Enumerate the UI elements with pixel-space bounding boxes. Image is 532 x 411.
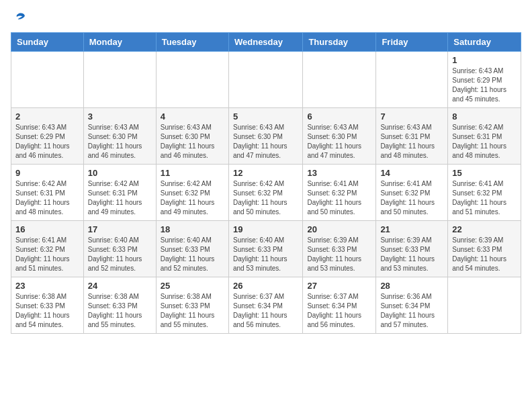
calendar-cell: 1Sunrise: 6:43 AM Sunset: 6:29 PM Daylig… xyxy=(448,52,521,108)
day-info: Sunrise: 6:43 AM Sunset: 6:30 PM Dayligh… xyxy=(233,123,298,161)
logo xyxy=(11,11,27,24)
day-number: 28 xyxy=(380,281,443,291)
day-number: 15 xyxy=(452,168,517,178)
day-number: 18 xyxy=(161,224,224,234)
calendar-cell: 9Sunrise: 6:42 AM Sunset: 6:31 PM Daylig… xyxy=(11,165,84,221)
calendar-cell xyxy=(448,277,521,334)
week-row-0: 1Sunrise: 6:43 AM Sunset: 6:29 PM Daylig… xyxy=(11,52,521,108)
day-number: 19 xyxy=(233,224,298,234)
calendar-cell xyxy=(376,52,448,108)
calendar-cell: 27Sunrise: 6:37 AM Sunset: 6:34 PM Dayli… xyxy=(303,277,376,334)
day-info: Sunrise: 6:38 AM Sunset: 6:33 PM Dayligh… xyxy=(88,292,152,330)
day-info: Sunrise: 6:42 AM Sunset: 6:32 PM Dayligh… xyxy=(161,179,224,217)
day-number: 17 xyxy=(88,224,152,234)
day-number: 23 xyxy=(15,281,79,291)
day-number: 26 xyxy=(233,281,298,291)
day-info: Sunrise: 6:38 AM Sunset: 6:33 PM Dayligh… xyxy=(15,292,79,330)
day-info: Sunrise: 6:43 AM Sunset: 6:30 PM Dayligh… xyxy=(307,123,371,161)
weekday-header-friday: Friday xyxy=(376,33,448,52)
weekday-header-row: SundayMondayTuesdayWednesdayThursdayFrid… xyxy=(11,33,521,52)
day-number: 8 xyxy=(452,111,517,122)
day-info: Sunrise: 6:39 AM Sunset: 6:33 PM Dayligh… xyxy=(452,236,517,273)
weekday-header-tuesday: Tuesday xyxy=(156,33,228,52)
calendar-cell: 2Sunrise: 6:43 AM Sunset: 6:29 PM Daylig… xyxy=(11,108,84,165)
weekday-header-thursday: Thursday xyxy=(303,33,376,52)
week-row-2: 9Sunrise: 6:42 AM Sunset: 6:31 PM Daylig… xyxy=(11,165,521,221)
calendar-cell: 21Sunrise: 6:39 AM Sunset: 6:33 PM Dayli… xyxy=(376,221,448,277)
day-info: Sunrise: 6:40 AM Sunset: 6:33 PM Dayligh… xyxy=(88,236,152,273)
calendar-cell: 14Sunrise: 6:41 AM Sunset: 6:32 PM Dayli… xyxy=(376,165,448,221)
day-info: Sunrise: 6:42 AM Sunset: 6:31 PM Dayligh… xyxy=(15,179,79,217)
calendar-cell: 11Sunrise: 6:42 AM Sunset: 6:32 PM Dayli… xyxy=(156,165,228,221)
calendar-cell: 18Sunrise: 6:40 AM Sunset: 6:33 PM Dayli… xyxy=(156,221,228,277)
calendar-cell: 19Sunrise: 6:40 AM Sunset: 6:33 PM Dayli… xyxy=(228,221,302,277)
day-info: Sunrise: 6:42 AM Sunset: 6:31 PM Dayligh… xyxy=(88,179,152,217)
day-number: 6 xyxy=(307,111,371,122)
calendar-cell xyxy=(83,52,156,108)
day-info: Sunrise: 6:41 AM Sunset: 6:32 PM Dayligh… xyxy=(380,179,443,217)
day-number: 27 xyxy=(307,281,371,291)
calendar-cell: 22Sunrise: 6:39 AM Sunset: 6:33 PM Dayli… xyxy=(448,221,521,277)
day-number: 4 xyxy=(161,111,224,122)
day-info: Sunrise: 6:38 AM Sunset: 6:33 PM Dayligh… xyxy=(161,292,224,330)
calendar-cell: 23Sunrise: 6:38 AM Sunset: 6:33 PM Dayli… xyxy=(11,277,84,334)
day-info: Sunrise: 6:42 AM Sunset: 6:32 PM Dayligh… xyxy=(233,179,298,217)
day-info: Sunrise: 6:43 AM Sunset: 6:29 PM Dayligh… xyxy=(452,66,517,104)
day-number: 2 xyxy=(15,111,79,122)
day-info: Sunrise: 6:43 AM Sunset: 6:29 PM Dayligh… xyxy=(15,123,79,161)
day-info: Sunrise: 6:40 AM Sunset: 6:33 PM Dayligh… xyxy=(161,236,224,273)
day-info: Sunrise: 6:41 AM Sunset: 6:32 PM Dayligh… xyxy=(452,179,517,217)
header xyxy=(11,11,521,24)
day-info: Sunrise: 6:37 AM Sunset: 6:34 PM Dayligh… xyxy=(233,292,298,330)
calendar-cell: 6Sunrise: 6:43 AM Sunset: 6:30 PM Daylig… xyxy=(303,108,376,165)
day-number: 21 xyxy=(380,224,443,234)
day-number: 3 xyxy=(88,111,152,122)
calendar-cell xyxy=(228,52,302,108)
day-info: Sunrise: 6:43 AM Sunset: 6:30 PM Dayligh… xyxy=(161,123,224,161)
day-info: Sunrise: 6:41 AM Sunset: 6:32 PM Dayligh… xyxy=(307,179,371,217)
week-row-3: 16Sunrise: 6:41 AM Sunset: 6:32 PM Dayli… xyxy=(11,221,521,277)
day-number: 12 xyxy=(233,168,298,178)
day-number: 24 xyxy=(88,281,152,291)
calendar-cell: 5Sunrise: 6:43 AM Sunset: 6:30 PM Daylig… xyxy=(228,108,302,165)
day-number: 22 xyxy=(452,224,517,234)
calendar-cell: 3Sunrise: 6:43 AM Sunset: 6:30 PM Daylig… xyxy=(83,108,156,165)
calendar-cell: 7Sunrise: 6:43 AM Sunset: 6:31 PM Daylig… xyxy=(376,108,448,165)
day-number: 10 xyxy=(88,168,152,178)
calendar-cell: 8Sunrise: 6:42 AM Sunset: 6:31 PM Daylig… xyxy=(448,108,521,165)
day-info: Sunrise: 6:43 AM Sunset: 6:30 PM Dayligh… xyxy=(88,123,152,161)
day-info: Sunrise: 6:39 AM Sunset: 6:33 PM Dayligh… xyxy=(307,236,371,273)
calendar-cell: 28Sunrise: 6:36 AM Sunset: 6:34 PM Dayli… xyxy=(376,277,448,334)
day-info: Sunrise: 6:41 AM Sunset: 6:32 PM Dayligh… xyxy=(15,236,79,273)
calendar-cell: 26Sunrise: 6:37 AM Sunset: 6:34 PM Dayli… xyxy=(228,277,302,334)
weekday-header-monday: Monday xyxy=(83,33,156,52)
week-row-1: 2Sunrise: 6:43 AM Sunset: 6:29 PM Daylig… xyxy=(11,108,521,165)
calendar-cell: 15Sunrise: 6:41 AM Sunset: 6:32 PM Dayli… xyxy=(448,165,521,221)
calendar-cell: 17Sunrise: 6:40 AM Sunset: 6:33 PM Dayli… xyxy=(83,221,156,277)
day-number: 14 xyxy=(380,168,443,178)
calendar-cell: 25Sunrise: 6:38 AM Sunset: 6:33 PM Dayli… xyxy=(156,277,228,334)
calendar-cell: 24Sunrise: 6:38 AM Sunset: 6:33 PM Dayli… xyxy=(83,277,156,334)
weekday-header-sunday: Sunday xyxy=(11,33,84,52)
day-info: Sunrise: 6:36 AM Sunset: 6:34 PM Dayligh… xyxy=(380,292,443,330)
calendar-cell xyxy=(11,52,84,108)
day-number: 16 xyxy=(15,224,79,234)
calendar-cell: 10Sunrise: 6:42 AM Sunset: 6:31 PM Dayli… xyxy=(83,165,156,221)
calendar-cell: 16Sunrise: 6:41 AM Sunset: 6:32 PM Dayli… xyxy=(11,221,84,277)
day-number: 5 xyxy=(233,111,298,122)
day-info: Sunrise: 6:39 AM Sunset: 6:33 PM Dayligh… xyxy=(380,236,443,273)
day-number: 13 xyxy=(307,168,371,178)
weekday-header-wednesday: Wednesday xyxy=(228,33,302,52)
day-number: 9 xyxy=(15,168,79,178)
day-number: 1 xyxy=(452,55,517,65)
day-number: 25 xyxy=(161,281,224,291)
calendar-table: SundayMondayTuesdayWednesdayThursdayFrid… xyxy=(11,32,521,334)
day-info: Sunrise: 6:43 AM Sunset: 6:31 PM Dayligh… xyxy=(380,123,443,161)
calendar-cell: 12Sunrise: 6:42 AM Sunset: 6:32 PM Dayli… xyxy=(228,165,302,221)
day-number: 11 xyxy=(161,168,224,178)
calendar-cell: 4Sunrise: 6:43 AM Sunset: 6:30 PM Daylig… xyxy=(156,108,228,165)
day-info: Sunrise: 6:40 AM Sunset: 6:33 PM Dayligh… xyxy=(233,236,298,273)
calendar-cell: 13Sunrise: 6:41 AM Sunset: 6:32 PM Dayli… xyxy=(303,165,376,221)
day-number: 7 xyxy=(380,111,443,122)
weekday-header-saturday: Saturday xyxy=(448,33,521,52)
